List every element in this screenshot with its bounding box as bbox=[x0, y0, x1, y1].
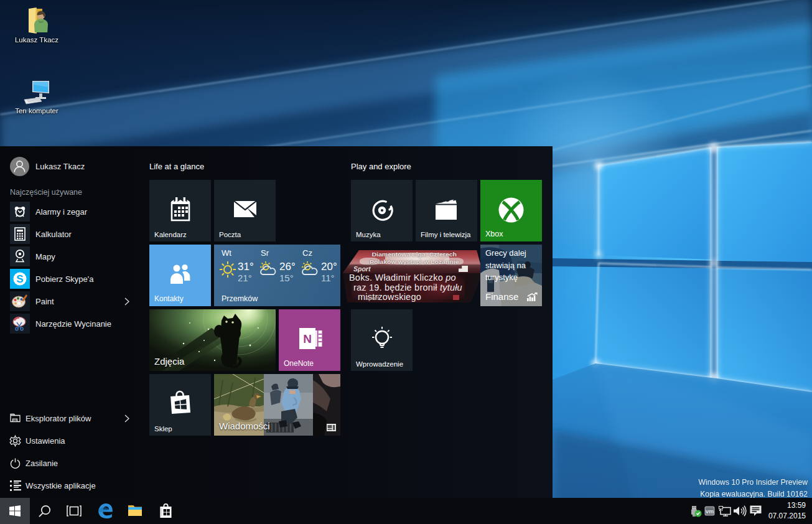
svg-text:N: N bbox=[303, 332, 312, 345]
svg-text:vm: vm bbox=[706, 508, 714, 515]
svg-text:S: S bbox=[16, 273, 23, 285]
